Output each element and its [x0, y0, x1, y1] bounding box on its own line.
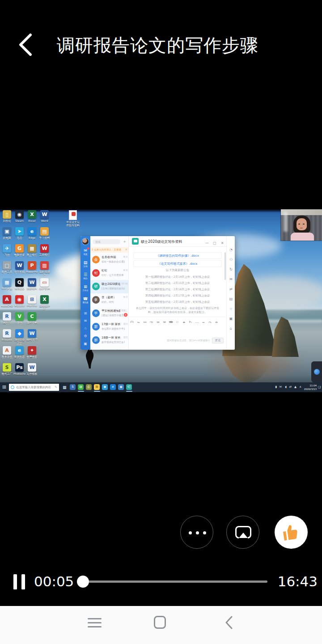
desktop-icon: ▦学生名单 [1, 278, 13, 290]
more-options-button[interactable] [180, 516, 213, 549]
app-icon: G [15, 244, 24, 253]
desktop-icon-label: Edge [26, 236, 38, 239]
app-icon: R [3, 312, 11, 321]
desktop-icon: eEdge [26, 227, 38, 239]
side-tool-icon: ↻ [227, 267, 235, 271]
app-icon: W [28, 363, 36, 372]
desktop-icon-label: 网上银行 [26, 253, 38, 256]
desktop-icon: C课件资料 [26, 312, 38, 324]
announcement-line: 第三组调研报告讨论：2月16日上午，钉钉线上会议 [129, 286, 226, 292]
side-tool-icon: ⇄ [227, 287, 235, 291]
app-icon: ✈ [3, 244, 11, 253]
notice-paragraph: 各位同学：请按分组时间准时参加线上会议，会前请提前下载好写作资料，如有疑问请与各… [135, 306, 220, 314]
desktop-icon: Q腾讯QQ [13, 278, 25, 290]
app-icon: ⊞ [28, 295, 36, 304]
chat-message-list: 第一组调研报告讨论：2月14日上午，钉钉线上会议第二组调研报告讨论：2月15日上… [129, 274, 226, 305]
desktop-icon-label: 新建文档 [38, 287, 51, 290]
desktop-icon-label: Excel [26, 219, 38, 222]
rail-item-通讯录: ☎通讯录 [80, 297, 90, 304]
pause-button[interactable] [13, 574, 25, 589]
desktop-icon-label: 学生名单 [1, 287, 13, 290]
chat-list-item: 会会务收件箱昨天你有一条新的会议通知 [90, 253, 129, 267]
app-icon: W [28, 329, 36, 338]
rail-icon: ☰ [80, 272, 90, 277]
page-title: 调研报告论文的写作步骤 [57, 33, 258, 58]
desktop-icon: ▭新建文档 [38, 278, 51, 290]
chat-time: 星期三 [121, 309, 128, 312]
home-button[interactable] [154, 616, 166, 629]
chat-name: 18级一班 家长群 [102, 336, 120, 339]
app-icon: S [3, 363, 11, 372]
desktop-icon-label: 写作模板 [26, 372, 38, 375]
rail-item-文档: ▤文档 [80, 260, 90, 267]
cortana-icon [11, 386, 14, 389]
chat-search-input: 搜索 [93, 239, 120, 244]
message-input-area: 按回车键发送消息，按Ctrl+回车键换行 发送 [129, 323, 226, 350]
cast-triangle-icon [239, 533, 248, 538]
screen-cast-button[interactable] [226, 516, 259, 549]
chat-name: 平安校园通知群 [102, 309, 120, 313]
chat-group-title: 硕士2020级论文写作资料 [141, 239, 182, 244]
rail-lower-icon: ✉ [80, 319, 90, 323]
duration: 16:43 [278, 573, 318, 589]
rail-lower-icon: ⊞ [80, 311, 90, 315]
app-icon: ▤ [40, 227, 49, 236]
app-icon: ▣ [3, 227, 11, 236]
chat-list-item: 群17级一班 家长群前天各位家长请查收开学通知 [90, 320, 129, 334]
send-button: 发送 [212, 338, 224, 343]
presenter-eye [303, 224, 305, 225]
rail-lower-icon: ☆ [80, 326, 90, 330]
desktop-icon: ▣此电脑 [1, 227, 13, 239]
tray-icon: ✉ [280, 385, 282, 389]
chat-name: 钉钉 [102, 269, 120, 272]
widget-dot-icon [314, 369, 320, 375]
nav-back-button[interactable] [225, 616, 233, 629]
like-button[interactable] [275, 516, 308, 549]
rail-item-消息: ✉消息 [80, 248, 90, 255]
desktop-icon-label: 学习资料 [38, 236, 51, 239]
app-icon: W [28, 278, 36, 287]
back-button[interactable] [17, 33, 35, 56]
desktop-icon-label: R语言 [1, 321, 13, 324]
desktop-icon-label: AutoCAD [1, 304, 13, 307]
maximize-icon: ▢ [212, 241, 217, 245]
clock-time: 11:04 [301, 384, 317, 387]
taskbar-app-icon: 微 [78, 384, 84, 390]
rail-item-label: 待办 [81, 277, 90, 279]
task-view-icon: ▦ [63, 385, 67, 390]
close-icon: ✕ [220, 241, 225, 245]
desktop-icon-label: 教务系统 [1, 355, 13, 358]
chat-preview: [文件] 调研报告的写作步骤 [102, 287, 125, 290]
seek-slider[interactable] [78, 580, 267, 583]
chat-preview: 钉钉，让工作更简单 [102, 274, 125, 277]
android-nav-bar [0, 606, 322, 644]
chat-main-panel: 硕士2020级论文写作资料 《调研报告的写作步骤》.docx 《论文写作格式要求… [129, 236, 226, 350]
input-hint: 按回车键发送消息，按Ctrl+回车键换行 [167, 339, 210, 342]
active-app-underline [94, 391, 100, 392]
app-icon: A [3, 295, 11, 304]
chat-list-item: 群18级一班 家长群前天新学期课程安排已发布 [90, 334, 129, 347]
desktop-icon: ◉Steam [13, 210, 25, 222]
desktop-icon-label: 调研报告 [26, 287, 38, 290]
desktop-icon-label: 成绩统计表 [38, 304, 51, 310]
video-player-surface[interactable]: ▯回收站◉SteamXExcelWWord▣此电脑➤迅雷eEdge▤学习资料✈飞… [0, 209, 322, 392]
desktop-icon: WWord [38, 210, 51, 222]
taskbar-app-icon: ▤ [94, 384, 100, 390]
chat-list-item: 钉钉钉昨天钉钉，让工作更简单 [90, 267, 129, 280]
desktop-icon: ▥福昕阅读器 [38, 261, 51, 276]
desktop-icon-label: 论文初稿 [13, 270, 25, 273]
chat-time: 昨天 [123, 296, 128, 298]
three-dots-icon [181, 516, 214, 549]
desktop-icon: ▦网上银行 [26, 244, 38, 256]
rail-item-label: 工作台 [81, 289, 90, 291]
desktop-icon-label: 屏幕录制 [13, 304, 25, 307]
rail-item-label: 消息 [81, 253, 90, 255]
app-icon: ◆ [15, 329, 24, 338]
side-tool-icon: ⚇ [227, 258, 235, 262]
seal-mark [72, 212, 76, 216]
recents-button[interactable] [88, 618, 102, 627]
seek-thumb[interactable] [77, 576, 89, 588]
desktop-icon: ▯回收站 [1, 210, 13, 222]
desktop-icon: AAutoCAD [1, 295, 13, 307]
desktop-icon: W调研报告 [26, 278, 38, 290]
